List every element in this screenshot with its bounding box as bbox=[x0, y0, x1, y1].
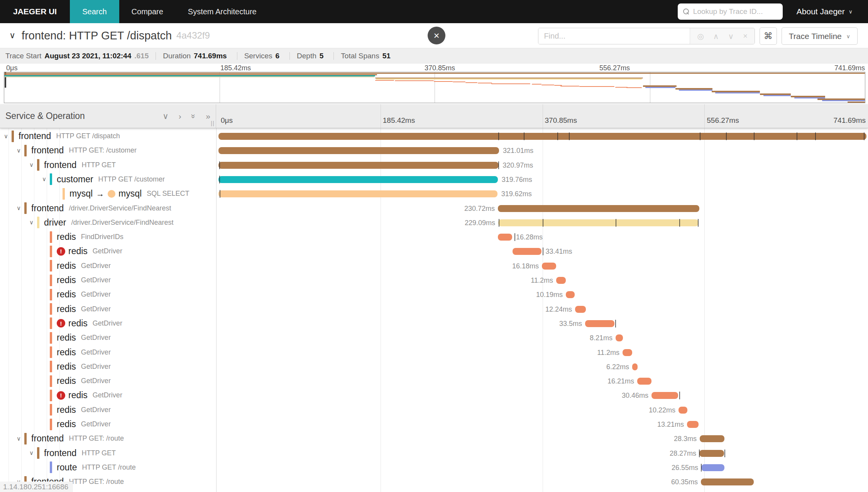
span-row[interactable]: redisGetDriver11.2ms bbox=[0, 273, 868, 287]
span-bar[interactable] bbox=[701, 478, 754, 485]
span-row[interactable]: redisGetDriver10.19ms bbox=[0, 287, 868, 302]
span-name-cell[interactable]: mysql→mysqlSQL SELECT bbox=[0, 187, 216, 201]
span-name-cell[interactable]: ∨driver/driver.DriverService/FindNearest bbox=[0, 215, 216, 230]
span-row[interactable]: mysql→mysqlSQL SELECT319.62ms bbox=[0, 187, 868, 201]
span-name-cell[interactable]: redisGetDriver bbox=[0, 331, 216, 345]
span-row[interactable]: redisGetDriver6.22ms bbox=[0, 360, 868, 374]
span-row[interactable]: !redisGetDriver33.5ms bbox=[0, 316, 868, 331]
span-name-cell[interactable]: redisGetDriver bbox=[0, 417, 216, 431]
span-bar[interactable] bbox=[498, 219, 699, 226]
span-name-cell[interactable]: ∨frontendHTTP GET: /customer bbox=[0, 143, 216, 158]
span-row[interactable]: redisGetDriver12.24ms bbox=[0, 302, 868, 316]
column-resizer-handle[interactable]: || bbox=[211, 120, 215, 126]
span-name-cell[interactable]: !redisGetDriver bbox=[0, 316, 216, 331]
span-bar[interactable] bbox=[651, 392, 678, 399]
expand-one-icon[interactable]: › bbox=[179, 112, 181, 121]
nav-tab-compare[interactable]: Compare bbox=[119, 0, 176, 23]
expand-all-icon[interactable]: » bbox=[206, 112, 210, 121]
span-row[interactable]: ∨frontend/driver.DriverService/FindNeare… bbox=[0, 201, 868, 215]
span-row[interactable]: ∨frontendHTTP GET60.05ms bbox=[0, 489, 868, 492]
span-bar[interactable] bbox=[699, 450, 724, 457]
span-name-cell[interactable]: redisGetDriver bbox=[0, 374, 216, 388]
span-name-cell[interactable]: redisGetDriver bbox=[0, 259, 216, 273]
span-tree-chevron-icon[interactable]: ∨ bbox=[29, 161, 37, 168]
span-bar[interactable] bbox=[678, 407, 687, 414]
span-row[interactable]: ∨frontendHTTP GET: /customer321.01ms bbox=[0, 143, 868, 158]
span-name-cell[interactable]: redisGetDriver bbox=[0, 302, 216, 316]
match-target-icon[interactable]: ◎ bbox=[697, 32, 704, 41]
span-row[interactable]: ∨frontendHTTP GET28.27ms bbox=[0, 446, 868, 460]
span-name-cell[interactable]: ∨frontendHTTP GET bbox=[0, 446, 216, 460]
span-bar[interactable] bbox=[218, 147, 499, 154]
keyboard-shortcuts-button[interactable]: ⌘ bbox=[760, 27, 777, 45]
span-bar[interactable] bbox=[637, 378, 651, 385]
span-tree-chevron-icon[interactable]: ∨ bbox=[42, 176, 50, 183]
span-bar[interactable] bbox=[585, 320, 614, 327]
span-name-cell[interactable]: routeHTTP GET /route bbox=[0, 460, 216, 475]
span-row[interactable]: ∨customerHTTP GET /customer319.76ms bbox=[0, 172, 868, 187]
span-name-cell[interactable]: ∨frontendHTTP GET bbox=[0, 158, 216, 172]
span-row[interactable]: redisGetDriver8.21ms bbox=[0, 331, 868, 345]
span-tree-chevron-icon[interactable]: ∨ bbox=[17, 147, 24, 154]
trace-id-input[interactable] bbox=[693, 7, 777, 16]
span-tree-chevron-icon[interactable]: ∨ bbox=[4, 133, 12, 140]
span-bar[interactable] bbox=[700, 435, 724, 442]
span-bar[interactable] bbox=[556, 277, 566, 284]
span-name-cell[interactable]: ∨frontend/driver.DriverService/FindNeare… bbox=[0, 201, 216, 215]
span-row[interactable]: redisGetDriver13.21ms bbox=[0, 417, 868, 431]
span-row[interactable]: redisGetDriver16.21ms bbox=[0, 374, 868, 388]
span-name-cell[interactable]: redisGetDriver bbox=[0, 403, 216, 417]
span-name-cell[interactable]: redisFindDriverIDs bbox=[0, 230, 216, 244]
span-bar[interactable] bbox=[218, 176, 498, 183]
minimap-canvas[interactable] bbox=[4, 72, 865, 103]
span-name-cell[interactable]: redisGetDriver bbox=[0, 360, 216, 374]
close-trace-button[interactable]: × bbox=[428, 27, 445, 44]
span-tree-chevron-icon[interactable]: ∨ bbox=[17, 435, 24, 442]
span-bar[interactable] bbox=[566, 291, 575, 298]
span-bar[interactable] bbox=[632, 363, 638, 370]
span-name-cell[interactable]: ∨frontendHTTP GET: /route bbox=[0, 431, 216, 446]
collapse-one-icon[interactable]: ∨ bbox=[162, 112, 168, 121]
find-input[interactable] bbox=[538, 28, 690, 44]
span-row[interactable]: ∨driver/driver.DriverService/FindNearest… bbox=[0, 215, 868, 230]
span-name-cell[interactable]: redisGetDriver bbox=[0, 273, 216, 287]
span-name-cell[interactable]: !redisGetDriver bbox=[0, 244, 216, 258]
span-row[interactable]: ∨frontendHTTP GET: /route60.35ms bbox=[0, 475, 868, 489]
span-row[interactable]: ∨frontendHTTP GET /dispatch bbox=[0, 129, 868, 143]
span-tree-chevron-icon[interactable]: ∨ bbox=[29, 219, 37, 226]
span-name-cell[interactable]: !redisGetDriver bbox=[0, 388, 216, 402]
span-bar[interactable] bbox=[623, 349, 632, 356]
span-name-cell[interactable]: ∨frontendHTTP GET /dispatch bbox=[0, 129, 216, 143]
span-name-cell[interactable]: redisGetDriver bbox=[0, 345, 216, 360]
span-row[interactable]: redisFindDriverIDs16.28ms bbox=[0, 230, 868, 244]
span-name-cell[interactable]: ∨customerHTTP GET /customer bbox=[0, 172, 216, 187]
nav-tab-search[interactable]: Search bbox=[70, 0, 119, 23]
span-bar[interactable] bbox=[575, 306, 586, 313]
span-row[interactable]: redisGetDriver10.22ms bbox=[0, 403, 868, 417]
collapse-trace-chevron-icon[interactable]: ∨ bbox=[9, 31, 15, 41]
span-row[interactable]: redisGetDriver11.2ms bbox=[0, 345, 868, 360]
next-match-icon[interactable]: ∨ bbox=[728, 32, 734, 41]
span-bar[interactable] bbox=[498, 234, 512, 241]
span-bar[interactable] bbox=[542, 263, 556, 270]
collapse-all-icon[interactable]: » bbox=[189, 114, 198, 119]
span-tree-chevron-icon[interactable]: ∨ bbox=[29, 450, 37, 456]
span-bar[interactable] bbox=[218, 162, 499, 169]
nav-tab-system-architecture[interactable]: System Architecture bbox=[176, 0, 269, 23]
about-jaeger-menu[interactable]: About Jaeger ∨ bbox=[797, 7, 853, 16]
clear-find-icon[interactable]: × bbox=[743, 32, 748, 41]
span-row[interactable]: routeHTTP GET /route26.55ms bbox=[0, 460, 868, 475]
span-bar[interactable] bbox=[218, 133, 866, 140]
prev-match-icon[interactable]: ∧ bbox=[713, 32, 719, 41]
jaeger-logo[interactable]: JAEGER UI bbox=[0, 0, 70, 23]
span-row[interactable]: ∨frontendHTTP GET320.97ms bbox=[0, 158, 868, 172]
column-divider[interactable] bbox=[216, 128, 217, 492]
span-bar[interactable] bbox=[701, 464, 724, 471]
span-bar[interactable] bbox=[498, 205, 699, 212]
span-tree-chevron-icon[interactable]: ∨ bbox=[17, 205, 24, 212]
span-row[interactable]: !redisGetDriver33.41ms bbox=[0, 244, 868, 258]
span-bar[interactable] bbox=[687, 421, 699, 428]
span-bar[interactable] bbox=[218, 190, 497, 197]
span-bar[interactable] bbox=[616, 334, 623, 341]
span-row[interactable]: !redisGetDriver30.46ms bbox=[0, 388, 868, 402]
